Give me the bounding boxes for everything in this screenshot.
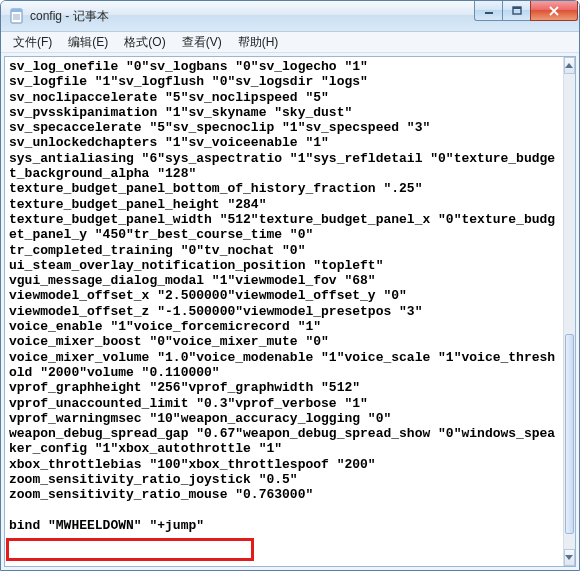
text-editor[interactable]: sv_log_onefile "0"sv_logbans "0"sv_logec… bbox=[5, 57, 563, 566]
close-button[interactable] bbox=[530, 1, 578, 21]
svg-rect-7 bbox=[513, 7, 521, 9]
scroll-thumb[interactable] bbox=[565, 334, 574, 534]
scroll-up-button[interactable] bbox=[564, 57, 575, 74]
menu-file[interactable]: 文件(F) bbox=[5, 33, 60, 52]
client-area: sv_log_onefile "0"sv_logbans "0"sv_logec… bbox=[1, 53, 579, 570]
window-title: config - 记事本 bbox=[30, 8, 109, 25]
minimize-button[interactable] bbox=[474, 1, 503, 21]
scroll-down-button[interactable] bbox=[564, 549, 575, 566]
notepad-icon bbox=[9, 8, 25, 24]
menu-edit[interactable]: 编辑(E) bbox=[60, 33, 116, 52]
window-controls bbox=[475, 1, 579, 31]
vertical-scrollbar[interactable] bbox=[563, 57, 575, 566]
maximize-button[interactable] bbox=[502, 1, 531, 21]
window-frame: config - 记事本 文件(F) 编辑(E) 格式(O) 查看(V) 帮助(… bbox=[0, 0, 580, 571]
menu-help[interactable]: 帮助(H) bbox=[230, 33, 287, 52]
svg-rect-5 bbox=[485, 12, 493, 14]
editor-frame: sv_log_onefile "0"sv_logbans "0"sv_logec… bbox=[4, 56, 576, 567]
titlebar[interactable]: config - 记事本 bbox=[1, 1, 579, 32]
menubar: 文件(F) 编辑(E) 格式(O) 查看(V) 帮助(H) bbox=[1, 32, 579, 53]
menu-view[interactable]: 查看(V) bbox=[174, 33, 230, 52]
scroll-track[interactable] bbox=[564, 74, 575, 549]
svg-rect-1 bbox=[11, 9, 22, 12]
menu-format[interactable]: 格式(O) bbox=[116, 33, 173, 52]
